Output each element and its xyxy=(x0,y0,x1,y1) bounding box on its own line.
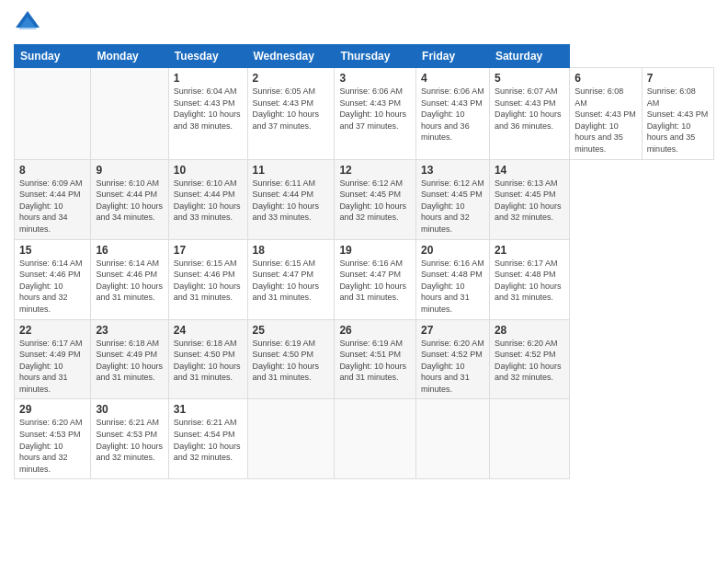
day-info: Sunrise: 6:16 AMSunset: 4:48 PMDaylight:… xyxy=(421,258,484,316)
calendar-cell: 25Sunrise: 6:19 AMSunset: 4:50 PMDayligh… xyxy=(247,319,335,399)
day-number: 30 xyxy=(96,403,163,416)
calendar-cell: 4Sunrise: 6:06 AMSunset: 4:43 PMDaylight… xyxy=(416,68,490,160)
calendar-header-thursday: Thursday xyxy=(335,45,416,68)
day-info: Sunrise: 6:10 AMSunset: 4:44 PMDaylight:… xyxy=(174,178,243,224)
calendar-cell xyxy=(489,399,569,479)
day-number: 4 xyxy=(421,72,484,85)
day-number: 26 xyxy=(339,324,411,337)
day-info: Sunrise: 6:20 AMSunset: 4:53 PMDaylight:… xyxy=(19,417,85,475)
calendar-cell xyxy=(91,68,168,160)
day-info: Sunrise: 6:07 AMSunset: 4:43 PMDaylight:… xyxy=(495,86,564,132)
calendar-table: SundayMondayTuesdayWednesdayThursdayFrid… xyxy=(14,44,714,479)
day-number: 12 xyxy=(339,164,411,177)
calendar-cell: 30Sunrise: 6:21 AMSunset: 4:53 PMDayligh… xyxy=(91,399,168,479)
day-number: 1 xyxy=(174,72,243,85)
page: SundayMondayTuesdayWednesdayThursdayFrid… xyxy=(0,0,728,563)
day-info: Sunrise: 6:17 AMSunset: 4:48 PMDaylight:… xyxy=(495,258,564,304)
day-number: 6 xyxy=(574,72,636,85)
calendar-week-row: 15Sunrise: 6:14 AMSunset: 4:46 PMDayligh… xyxy=(15,239,714,319)
day-info: Sunrise: 6:19 AMSunset: 4:50 PMDaylight:… xyxy=(253,338,330,384)
day-number: 28 xyxy=(495,324,564,337)
calendar-cell: 29Sunrise: 6:20 AMSunset: 4:53 PMDayligh… xyxy=(15,399,91,479)
day-info: Sunrise: 6:20 AMSunset: 4:52 PMDaylight:… xyxy=(495,338,564,384)
day-number: 13 xyxy=(421,164,484,177)
day-info: Sunrise: 6:14 AMSunset: 4:46 PMDaylight:… xyxy=(19,258,85,316)
calendar-header-wednesday: Wednesday xyxy=(247,45,335,68)
day-number: 23 xyxy=(96,324,163,337)
day-info: Sunrise: 6:21 AMSunset: 4:53 PMDaylight:… xyxy=(96,417,163,463)
calendar-cell xyxy=(247,399,335,479)
day-info: Sunrise: 6:18 AMSunset: 4:49 PMDaylight:… xyxy=(96,338,163,384)
calendar-cell: 3Sunrise: 6:06 AMSunset: 4:43 PMDaylight… xyxy=(335,68,416,160)
day-number: 5 xyxy=(495,72,564,85)
calendar-header-sunday: Sunday xyxy=(15,45,91,68)
calendar-cell: 9Sunrise: 6:10 AMSunset: 4:44 PMDaylight… xyxy=(91,159,168,239)
day-info: Sunrise: 6:17 AMSunset: 4:49 PMDaylight:… xyxy=(19,338,85,396)
day-number: 10 xyxy=(174,164,243,177)
calendar-header-row: SundayMondayTuesdayWednesdayThursdayFrid… xyxy=(15,45,714,68)
day-info: Sunrise: 6:12 AMSunset: 4:45 PMDaylight:… xyxy=(339,178,411,224)
day-info: Sunrise: 6:05 AMSunset: 4:43 PMDaylight:… xyxy=(253,86,330,132)
day-number: 11 xyxy=(253,164,330,177)
logo-icon xyxy=(14,9,41,37)
calendar-cell: 26Sunrise: 6:19 AMSunset: 4:51 PMDayligh… xyxy=(335,319,416,399)
day-number: 21 xyxy=(495,244,564,257)
calendar-cell: 16Sunrise: 6:14 AMSunset: 4:46 PMDayligh… xyxy=(91,239,168,319)
day-info: Sunrise: 6:06 AMSunset: 4:43 PMDaylight:… xyxy=(339,86,411,132)
day-info: Sunrise: 6:15 AMSunset: 4:46 PMDaylight:… xyxy=(174,258,243,304)
day-number: 27 xyxy=(421,324,484,337)
calendar-cell: 6Sunrise: 6:08 AMSunset: 4:43 PMDaylight… xyxy=(570,68,642,160)
day-number: 29 xyxy=(19,403,85,416)
calendar-cell: 27Sunrise: 6:20 AMSunset: 4:52 PMDayligh… xyxy=(416,319,490,399)
calendar-cell: 15Sunrise: 6:14 AMSunset: 4:46 PMDayligh… xyxy=(15,239,91,319)
day-info: Sunrise: 6:04 AMSunset: 4:43 PMDaylight:… xyxy=(174,86,243,132)
day-number: 3 xyxy=(339,72,411,85)
calendar-cell: 7Sunrise: 6:08 AMSunset: 4:43 PMDaylight… xyxy=(642,68,713,160)
day-info: Sunrise: 6:08 AMSunset: 4:43 PMDaylight:… xyxy=(574,86,636,155)
calendar-week-row: 29Sunrise: 6:20 AMSunset: 4:53 PMDayligh… xyxy=(15,399,714,479)
calendar-cell: 21Sunrise: 6:17 AMSunset: 4:48 PMDayligh… xyxy=(489,239,569,319)
calendar-header-tuesday: Tuesday xyxy=(168,45,247,68)
day-number: 16 xyxy=(96,244,163,257)
day-info: Sunrise: 6:14 AMSunset: 4:46 PMDaylight:… xyxy=(96,258,163,304)
calendar-cell: 24Sunrise: 6:18 AMSunset: 4:50 PMDayligh… xyxy=(168,319,247,399)
day-info: Sunrise: 6:19 AMSunset: 4:51 PMDaylight:… xyxy=(339,338,411,384)
day-info: Sunrise: 6:13 AMSunset: 4:45 PMDaylight:… xyxy=(495,178,564,224)
day-info: Sunrise: 6:18 AMSunset: 4:50 PMDaylight:… xyxy=(174,338,243,384)
calendar-cell: 28Sunrise: 6:20 AMSunset: 4:52 PMDayligh… xyxy=(489,319,569,399)
calendar-header-saturday: Saturday xyxy=(489,45,569,68)
day-number: 8 xyxy=(19,164,85,177)
day-number: 14 xyxy=(495,164,564,177)
calendar-cell: 13Sunrise: 6:12 AMSunset: 4:45 PMDayligh… xyxy=(416,159,490,239)
calendar-cell xyxy=(15,68,91,160)
calendar-cell: 23Sunrise: 6:18 AMSunset: 4:49 PMDayligh… xyxy=(91,319,168,399)
calendar-cell: 2Sunrise: 6:05 AMSunset: 4:43 PMDaylight… xyxy=(247,68,335,160)
day-number: 24 xyxy=(174,324,243,337)
calendar-cell: 10Sunrise: 6:10 AMSunset: 4:44 PMDayligh… xyxy=(168,159,247,239)
calendar-cell: 19Sunrise: 6:16 AMSunset: 4:47 PMDayligh… xyxy=(335,239,416,319)
day-info: Sunrise: 6:11 AMSunset: 4:44 PMDaylight:… xyxy=(253,178,330,224)
calendar-cell: 11Sunrise: 6:11 AMSunset: 4:44 PMDayligh… xyxy=(247,159,335,239)
calendar-cell: 5Sunrise: 6:07 AMSunset: 4:43 PMDaylight… xyxy=(489,68,569,160)
day-info: Sunrise: 6:12 AMSunset: 4:45 PMDaylight:… xyxy=(421,178,484,236)
day-info: Sunrise: 6:20 AMSunset: 4:52 PMDaylight:… xyxy=(421,338,484,396)
day-number: 2 xyxy=(253,72,330,85)
day-info: Sunrise: 6:21 AMSunset: 4:54 PMDaylight:… xyxy=(174,417,243,463)
day-number: 22 xyxy=(19,324,85,337)
calendar-cell xyxy=(335,399,416,479)
day-info: Sunrise: 6:06 AMSunset: 4:43 PMDaylight:… xyxy=(421,86,484,144)
calendar-header-monday: Monday xyxy=(91,45,168,68)
calendar-week-row: 1Sunrise: 6:04 AMSunset: 4:43 PMDaylight… xyxy=(15,68,714,160)
calendar-cell: 8Sunrise: 6:09 AMSunset: 4:44 PMDaylight… xyxy=(15,159,91,239)
calendar-cell: 1Sunrise: 6:04 AMSunset: 4:43 PMDaylight… xyxy=(168,68,247,160)
day-number: 25 xyxy=(253,324,330,337)
header xyxy=(14,9,714,37)
calendar-cell: 18Sunrise: 6:15 AMSunset: 4:47 PMDayligh… xyxy=(247,239,335,319)
logo xyxy=(14,9,45,37)
calendar-cell: 22Sunrise: 6:17 AMSunset: 4:49 PMDayligh… xyxy=(15,319,91,399)
day-number: 19 xyxy=(339,244,411,257)
day-info: Sunrise: 6:08 AMSunset: 4:43 PMDaylight:… xyxy=(647,86,709,155)
calendar-cell: 31Sunrise: 6:21 AMSunset: 4:54 PMDayligh… xyxy=(168,399,247,479)
day-number: 31 xyxy=(174,403,243,416)
calendar-cell: 17Sunrise: 6:15 AMSunset: 4:46 PMDayligh… xyxy=(168,239,247,319)
